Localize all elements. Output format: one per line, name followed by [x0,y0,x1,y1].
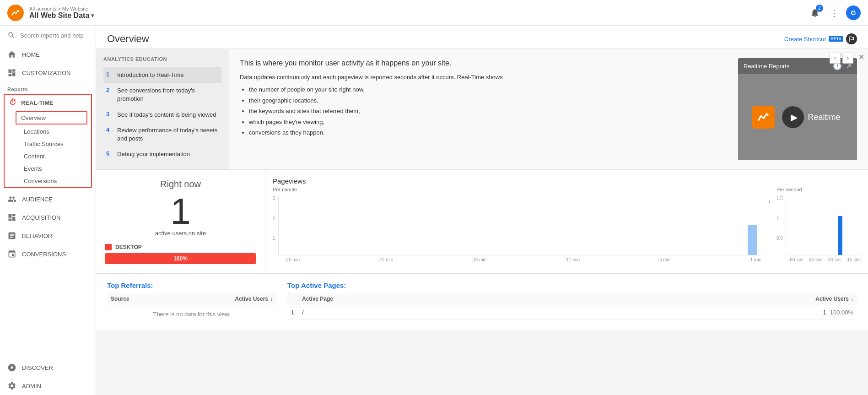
table-row: 1. / 1 100.00% [287,305,857,320]
education-content: This is where you monitor user activity … [229,49,868,169]
per-second-chart: Per second 1.5 1 0.5 [769,187,861,262]
realtime-icon: ⏱ [9,98,16,107]
admin-label: ADMIN [22,383,41,390]
beta-badge: BETA [829,36,843,42]
sidebar-item-events[interactable]: Events [5,162,91,175]
bottom-row: Top Referrals: Source Active Users ↓ The… [96,274,868,330]
education-item-3[interactable]: 3 See if today's content is being viewed [103,107,221,123]
education-item-4[interactable]: 4 Review performance of today's tweets a… [103,123,221,146]
per-second-x-labels: -60 sec -45 sec -30 sec -15 sec [776,257,861,262]
search-label: Search reports and help [20,32,84,39]
user-avatar[interactable]: G [846,5,861,20]
per-second-chart-container: 1.5 1 0.5 [776,196,861,255]
sort-arrow-pages-icon[interactable]: ↓ [851,296,853,302]
analytics-video-logo [752,106,775,129]
sidebar-item-behavior[interactable]: BEHAVIOR [0,227,96,245]
page-title: Overview [107,33,784,45]
sidebar-item-admin[interactable]: ADMIN [0,377,96,395]
education-steps: ANALYTICS EDUCATION 1 Introduction to Re… [96,49,229,169]
sidebar-item-audience[interactable]: AUDIENCE [0,190,96,208]
sidebar-item-acquisition[interactable]: ACQUISITION [0,208,96,227]
per-second-chart-area [786,196,861,255]
video-body[interactable]: ▶ Realtime [738,74,857,160]
realtime-section: ⏱ REAL-TIME Overview Locations Traffic S… [4,94,92,188]
sidebar-item-conversions[interactable]: CONVERSIONS [0,245,96,263]
main-layout: Search reports and help HOME CUSTOMIZATI… [0,26,868,395]
discover-icon [7,363,16,372]
create-shortcut-label: Create Shortcut [784,36,826,43]
active-page-pct: 100.00% [830,309,853,316]
row-num: 1. [291,309,302,316]
prev-arrow-button[interactable]: ‹ [830,53,841,64]
edu-bullet-1: the number of people on your site right … [249,84,729,95]
right-now-panel: Right now 1 active users on site DESKTOP… [96,170,265,273]
analytics-logo [7,5,24,21]
edu-item-5-text: Debug your implementation [117,150,190,158]
top-active-pages-title: Top Active Pages: [287,281,857,289]
video-title: Realtime Reports [744,63,789,70]
search-icon [7,31,16,39]
education-text: This is where you monitor user activity … [240,58,729,160]
device-pct: 100% [173,255,188,262]
sidebar-item-discover[interactable]: DISCOVER [0,358,96,377]
panel-nav-arrows: ‹ › [830,53,853,64]
referrals-empty-message: There is no data for this view. [107,305,276,323]
per-minute-chart-area: › [278,196,761,255]
edu-item-4-text: Review performance of today's tweets and… [117,126,219,143]
create-shortcut-button[interactable]: Create Shortcut BETA [784,33,857,44]
more-options-button[interactable]: ⋮ [830,7,839,18]
device-name: DESKTOP [115,244,142,250]
active-pages-table-header: Active Page Active Users ↓ [287,293,857,305]
active-user-count: 1 [105,193,256,230]
overview-container: Overview [16,111,87,124]
edu-item-1-text: Introduction to Real-Time [117,71,183,79]
sec-bar [838,216,842,255]
chart-area-container: 3 2 1 › [273,196,761,255]
users-col-header: Active Users ↓ [235,296,273,302]
audience-icon [7,195,16,204]
education-headline: This is where you monitor user activity … [240,58,729,68]
sidebar-item-conversions-sub[interactable]: Conversions [5,175,91,187]
edu-bullet-4: which pages they're viewing, [249,117,729,127]
discover-label: DISCOVER [22,364,53,371]
sidebar-item-realtime[interactable]: ⏱ REAL-TIME [5,95,91,110]
education-item-2[interactable]: 2 See conversions from today's promotion [103,83,221,107]
realtime-label: REAL-TIME [21,99,54,106]
site-dropdown-arrow: ▾ [91,12,94,19]
notifications-button[interactable]: 2 [808,5,822,20]
edu-bullet-5: conversions as they happen. [249,127,729,138]
charts-row: Per minute 3 2 1 [273,187,861,262]
close-panel-button[interactable]: ✕ [858,53,864,61]
y-axis-labels-sec: 1.5 1 0.5 [776,196,786,255]
sidebar-item-home[interactable]: HOME [0,45,96,64]
education-panel: ANALYTICS EDUCATION 1 Introduction to Re… [96,49,868,170]
next-arrow-button[interactable]: › [842,53,853,64]
education-item-5[interactable]: 5 Debug your implementation [103,146,221,162]
play-icon: ▶ [791,112,798,123]
expand-chart-button[interactable]: › [768,198,771,205]
conversions-nav-label: CONVERSIONS [22,251,66,258]
edu-bullet-2: their geographic locations, [249,95,729,106]
sidebar-item-overview[interactable]: Overview [16,112,86,124]
breadcrumb: All accounts > My Website [29,6,94,11]
education-item-1[interactable]: 1 Introduction to Real-Time [103,67,221,83]
edu-item-3-text: See if today's content is being viewed [117,111,216,119]
search-bar[interactable]: Search reports and help [0,26,96,45]
sidebar: Search reports and help HOME CUSTOMIZATI… [0,26,96,395]
sort-arrow-icon[interactable]: ↓ [270,296,273,302]
video-realtime-text: ▶ Realtime [782,106,840,128]
sidebar-item-customization[interactable]: CUSTOMIZATION [0,64,96,82]
chart-bar-blue [748,225,757,255]
sidebar-item-content[interactable]: Content [5,150,91,162]
customization-label: CUSTOMIZATION [22,70,70,76]
per-minute-chart: Per minute 3 2 1 [273,187,769,262]
per-second-label: Per second [776,187,861,192]
play-button[interactable]: ▶ [782,106,804,128]
site-selector[interactable]: All Web Site Data ▾ [29,11,94,20]
admin-icon [7,381,16,390]
page-header: Overview Create Shortcut BETA [96,26,868,49]
sidebar-item-locations[interactable]: Locations [5,125,91,138]
active-page-users: 1 [823,309,830,316]
pageviews-title: Pageviews [273,177,861,185]
sidebar-item-traffic-sources[interactable]: Traffic Sources [5,138,91,150]
